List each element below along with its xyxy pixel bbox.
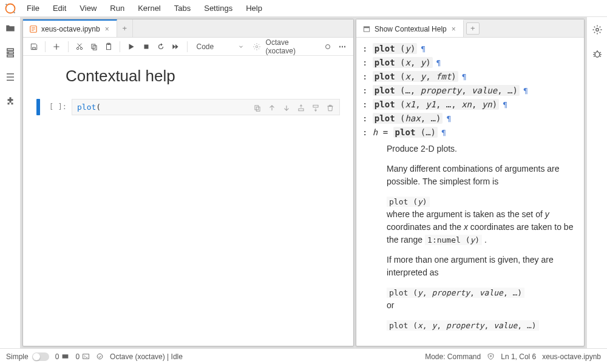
svg-rect-9	[93, 46, 97, 50]
pilcrow-icon[interactable]: ¶	[436, 58, 441, 67]
function-signature: : plot (x, y)¶	[362, 56, 578, 69]
help-content[interactable]: : plot (y)¶: plot (x, y)¶: plot (x, y, f…	[356, 38, 584, 346]
folder-icon[interactable]	[5, 23, 16, 34]
left-sidebar	[0, 17, 21, 348]
notification-icon[interactable]	[96, 352, 104, 360]
running-icon[interactable]	[5, 47, 16, 58]
pilcrow-icon[interactable]: ¶	[421, 44, 426, 53]
trusted-icon[interactable]	[487, 352, 495, 360]
pilcrow-icon[interactable]: ¶	[523, 86, 528, 95]
menu-help[interactable]: Help	[240, 1, 268, 15]
svg-point-1	[5, 4, 7, 5]
pilcrow-icon[interactable]: ¶	[462, 72, 467, 81]
jupyter-logo[interactable]	[0, 2, 21, 15]
menu-view[interactable]: View	[73, 1, 103, 15]
status-bar: Simple 0 0 Octave (xoctave) | Idle Mode:…	[0, 348, 607, 364]
help-panel: Show Contextual Help × + : plot (y)¶: pl…	[356, 19, 585, 346]
menu-settings[interactable]: Settings	[198, 1, 239, 15]
notebook-tab[interactable]: xeus-octave.ipynb ×	[23, 19, 117, 37]
cell-prompt: [ ]:	[44, 99, 72, 111]
open-tabs-count[interactable]: 0	[55, 352, 70, 361]
more-button[interactable]: ⋯	[336, 40, 348, 53]
function-signature: : plot (hax, …)¶	[362, 112, 578, 125]
extension-icon[interactable]	[5, 96, 16, 107]
help-text-body: Produce 2-D plots.Many different combina…	[362, 143, 578, 332]
function-signature: : h = plot (…)¶	[362, 126, 578, 139]
insert-below-button[interactable]	[309, 101, 322, 115]
function-signature: : plot (x, y, fmt)¶	[362, 70, 578, 83]
cell-type-select[interactable]: Code	[192, 42, 249, 52]
svg-rect-8	[92, 44, 95, 48]
gear-icon[interactable]	[592, 24, 603, 35]
svg-rect-18	[313, 105, 318, 107]
bug-icon[interactable]	[592, 49, 603, 59]
kernel-status-icon[interactable]	[321, 40, 333, 53]
svg-point-14	[325, 44, 330, 49]
svg-point-21	[595, 29, 599, 32]
switch-icon	[32, 352, 49, 361]
svg-rect-24	[83, 354, 89, 359]
insert-cell-button[interactable]	[50, 40, 63, 53]
close-icon[interactable]: ×	[104, 25, 110, 33]
menu-file[interactable]: File	[21, 1, 46, 15]
toc-icon[interactable]	[5, 72, 16, 83]
svg-point-26	[490, 356, 492, 357]
svg-point-2	[14, 12, 15, 13]
function-signature: : plot (y)¶	[362, 42, 578, 55]
menu-tabs[interactable]: Tabs	[168, 1, 197, 15]
code-cell[interactable]: [ ]: plot(	[36, 99, 340, 115]
delete-cell-button[interactable]	[324, 101, 337, 115]
notebook-toolbar: Code Octave (xoctave) ⋯	[23, 38, 353, 56]
svg-rect-20	[364, 26, 369, 27]
duplicate-cell-button[interactable]	[251, 101, 264, 115]
menu-edit[interactable]: Edit	[47, 1, 72, 15]
add-tab-button[interactable]: +	[117, 19, 133, 37]
svg-point-25	[97, 354, 103, 359]
run-button[interactable]	[125, 40, 137, 53]
stop-button[interactable]	[140, 40, 152, 53]
pilcrow-icon[interactable]: ¶	[503, 100, 507, 109]
cell-active-indicator	[36, 99, 40, 115]
copy-button[interactable]	[88, 40, 100, 53]
move-up-button[interactable]	[265, 101, 279, 115]
cursor-position[interactable]: Ln 1, Col 6	[501, 352, 536, 361]
terminals-count[interactable]: 0	[75, 352, 90, 361]
pilcrow-icon[interactable]: ¶	[446, 114, 451, 123]
help-tab[interactable]: Show Contextual Help ×	[356, 19, 464, 37]
markdown-heading[interactable]: Contextual help	[66, 67, 340, 86]
restart-button[interactable]	[155, 40, 167, 53]
cut-button[interactable]	[73, 40, 85, 53]
move-down-button[interactable]	[280, 101, 293, 115]
mode-indicator[interactable]: Mode: Command	[425, 352, 481, 361]
menu-run[interactable]: Run	[104, 1, 131, 15]
simple-mode-toggle[interactable]: Simple	[6, 352, 49, 361]
help-tab-label: Show Contextual Help	[375, 25, 447, 33]
notebook-tab-label: xeus-octave.ipynb	[41, 25, 100, 33]
svg-point-0	[6, 4, 15, 13]
pilcrow-icon[interactable]: ¶	[441, 128, 446, 137]
insert-above-button[interactable]	[294, 101, 308, 115]
cell-type-label: Code	[197, 42, 214, 51]
svg-point-13	[256, 46, 259, 48]
svg-rect-15	[255, 106, 259, 110]
chevron-down-icon	[238, 44, 244, 50]
code-editor: plot(	[72, 99, 340, 115]
kernel-settings-button[interactable]	[251, 40, 263, 53]
right-sidebar	[586, 17, 607, 348]
add-tab-button[interactable]: +	[466, 22, 480, 35]
kernel-status[interactable]: Octave (xoctave) | Idle	[110, 352, 183, 361]
svg-rect-16	[256, 107, 260, 111]
svg-rect-12	[144, 44, 148, 49]
menu-kernel[interactable]: Kernel	[132, 1, 167, 15]
svg-point-22	[595, 52, 600, 57]
function-signature: : plot (x1, y1, …, xn, yn)¶	[362, 98, 578, 111]
menu-bar: FileEditViewRunKernelTabsSettingsHelp	[21, 1, 268, 15]
paste-button[interactable]	[103, 40, 115, 53]
svg-rect-17	[299, 109, 304, 111]
fast-forward-button[interactable]	[169, 40, 181, 53]
close-icon[interactable]: ×	[450, 25, 457, 33]
current-file[interactable]: xeus-octave.ipynb	[542, 352, 601, 361]
kernel-name[interactable]: Octave (xoctave)	[266, 38, 319, 55]
svg-rect-23	[63, 354, 69, 359]
save-button[interactable]	[28, 40, 40, 53]
